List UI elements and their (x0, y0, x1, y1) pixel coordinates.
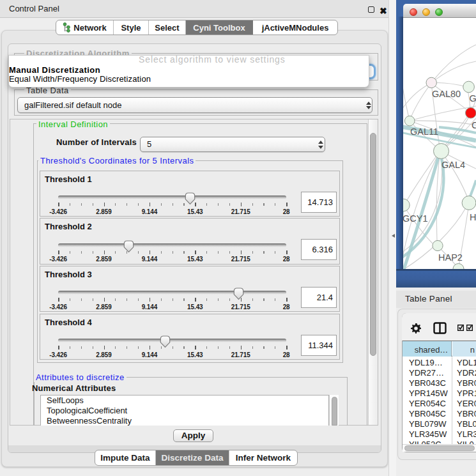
svg-text:C: C (472, 120, 476, 130)
svg-text:GCY1: GCY1 (403, 213, 428, 224)
svg-text:G.: G. (470, 93, 476, 104)
svg-text:H: H (470, 212, 476, 222)
svg-text:HAP2: HAP2 (438, 252, 463, 263)
svg-text:GAL4: GAL4 (441, 160, 465, 170)
svg-text:GAL11: GAL11 (410, 127, 438, 137)
svg-text:GAL80: GAL80 (432, 89, 461, 99)
